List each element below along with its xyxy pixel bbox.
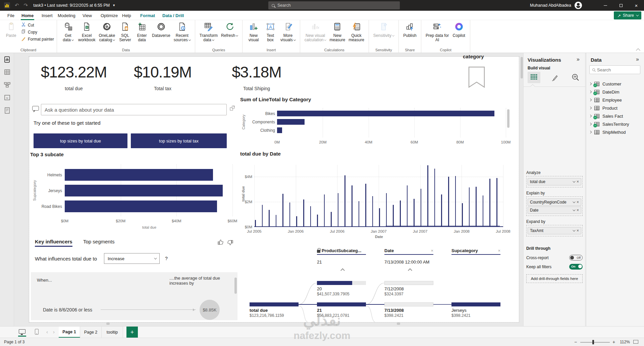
pill-dropdown-icon[interactable] <box>573 229 575 231</box>
recent-sources-button[interactable]: Recentsources <box>172 21 192 43</box>
field-pill-taxamt[interactable]: TaxAmt× <box>528 227 581 234</box>
data-table-salesterritory[interactable]: ✓SalesTerritory <box>589 121 629 127</box>
spike[interactable] <box>469 187 470 227</box>
ki-scrollbar[interactable] <box>234 278 237 294</box>
rail-table-view[interactable] <box>0 66 14 78</box>
dt-node-bar[interactable] <box>317 302 366 306</box>
zoom-slider[interactable] <box>580 342 610 343</box>
zoom-out-icon[interactable]: − <box>574 339 577 345</box>
ki-influence-bubble[interactable]: $8.85K <box>200 300 220 320</box>
page-tab-page-2[interactable]: Page 2 <box>80 327 102 338</box>
mode-analytics[interactable] <box>569 72 582 83</box>
spike[interactable] <box>393 205 394 227</box>
spike[interactable] <box>331 212 332 227</box>
mode-format-visual[interactable] <box>548 72 561 83</box>
rail-model-view[interactable] <box>0 78 14 91</box>
prev-page-icon[interactable]: ‹ <box>46 329 48 335</box>
spike[interactable] <box>352 185 353 227</box>
bookmark-shape[interactable] <box>468 66 485 89</box>
data-table-shipmethod[interactable]: ShipMethod <box>589 129 626 135</box>
ribbon-tab-home[interactable]: Home <box>21 11 34 20</box>
spike[interactable] <box>255 220 256 227</box>
dt-column-header[interactable]: ProductSubcateg... <box>317 248 366 255</box>
undo-icon[interactable]: ↶ <box>15 2 19 8</box>
zoom-slider-handle[interactable] <box>592 340 594 344</box>
expand-table-icon[interactable] <box>589 115 592 117</box>
dt-node-label[interactable]: 7/13/2008 <box>384 308 404 313</box>
remove-column-icon[interactable]: × <box>498 248 500 253</box>
dt-node-bar[interactable] <box>317 281 366 285</box>
redo-icon[interactable]: ↷ <box>24 2 28 8</box>
text-box-button[interactable]: ATextbox <box>262 21 278 43</box>
publish-button[interactable]: Publish <box>402 21 418 39</box>
mode-build-visual[interactable] <box>528 72 540 83</box>
copilot-button[interactable]: Copilot <box>451 21 467 39</box>
copy-button[interactable]: Copy <box>21 28 54 36</box>
more-visuals-button[interactable]: Morevisuals <box>279 21 297 43</box>
well-explain-by[interactable]: CountryRegionCode×Date× <box>526 196 583 216</box>
qna-input[interactable] <box>45 107 223 113</box>
data-table-datedim[interactable]: ✓DateDim <box>589 89 620 95</box>
page-tab-page-1[interactable]: Page 1 <box>59 327 80 338</box>
field-pill-date[interactable]: Date× <box>528 207 581 214</box>
new-page-button[interactable]: + <box>126 327 138 338</box>
data-table-customer[interactable]: ✓Customer <box>589 80 621 87</box>
spike[interactable] <box>303 199 304 227</box>
qna-question-box[interactable] <box>41 104 227 115</box>
keep-filters-toggle[interactable]: On <box>569 264 583 270</box>
rail-report-view[interactable] <box>0 53 14 66</box>
spike[interactable] <box>296 216 297 227</box>
spike[interactable] <box>441 194 442 227</box>
spike[interactable] <box>407 185 408 227</box>
spike[interactable] <box>310 206 311 227</box>
title-caret-icon[interactable]: ▼ <box>112 4 115 7</box>
pill-dropdown-icon[interactable] <box>573 200 575 203</box>
maximize-button[interactable] <box>613 0 629 11</box>
data-table-sales-fact[interactable]: ✓Sales Fact <box>589 113 623 119</box>
spike[interactable] <box>344 175 345 227</box>
page-resize-handle[interactable] <box>397 323 400 325</box>
paste-button[interactable]: Paste <box>3 21 19 39</box>
ribbon-tab-insert[interactable]: Insert <box>41 11 53 20</box>
prep-data-for-ai-button[interactable]: Prep data forAI <box>424 21 450 43</box>
refresh-button[interactable]: Refresh <box>220 21 239 39</box>
data-table-employee[interactable]: Employee <box>589 97 622 103</box>
spike[interactable] <box>289 203 290 227</box>
bar-road-bikes[interactable] <box>65 200 217 212</box>
spike[interactable] <box>427 165 428 227</box>
spike[interactable] <box>359 201 360 227</box>
spike[interactable] <box>269 210 270 227</box>
tab-key-influencers[interactable]: Key influencers <box>35 239 72 247</box>
bar-helmets[interactable] <box>65 169 213 181</box>
dt-node-label[interactable]: 7/12/2008 <box>384 286 404 291</box>
canvas-vertical-scrollbar[interactable] <box>521 57 523 78</box>
spike[interactable] <box>262 205 263 227</box>
pill-dropdown-icon[interactable] <box>573 208 575 211</box>
well-expand-by[interactable]: TaxAmt× <box>526 225 583 236</box>
account[interactable]: Muhanad AbdAlbadea <box>530 0 582 11</box>
spike[interactable] <box>476 187 477 227</box>
remove-column-icon[interactable]: × <box>431 248 433 253</box>
field-pill-countryregioncode[interactable]: CountryRegionCode× <box>528 198 581 206</box>
next-page-icon[interactable]: › <box>53 329 55 335</box>
share-button[interactable]: ↗ Share <box>614 11 641 19</box>
dt-node-bar[interactable] <box>250 302 299 306</box>
zoom-in-icon[interactable]: + <box>612 339 615 345</box>
dt-node-label[interactable]: total due <box>250 308 268 313</box>
avatar[interactable] <box>575 2 582 9</box>
sql-server-button[interactable]: SQLServer <box>117 21 133 43</box>
expand-table-icon[interactable] <box>589 99 592 101</box>
spike[interactable] <box>386 193 387 227</box>
ki-help[interactable]: ? <box>165 256 168 261</box>
data-search-input[interactable] <box>597 67 634 72</box>
excel-workbook-button[interactable]: XExcelworkbook <box>77 21 97 43</box>
thumbs-down-icon[interactable] <box>227 239 233 247</box>
enter-data-button[interactable]: Enterdata <box>134 21 150 43</box>
dt-node-bar[interactable] <box>451 302 500 306</box>
cross-report-toggle[interactable]: Off <box>569 255 583 261</box>
pill-remove-icon[interactable]: × <box>577 228 579 233</box>
spike[interactable] <box>434 169 435 227</box>
close-button[interactable]: × <box>629 0 644 11</box>
collapse-panel-icon[interactable]: » <box>636 56 639 62</box>
add-drill-fields-dropzone[interactable]: Add drill-through fields here <box>526 274 583 283</box>
